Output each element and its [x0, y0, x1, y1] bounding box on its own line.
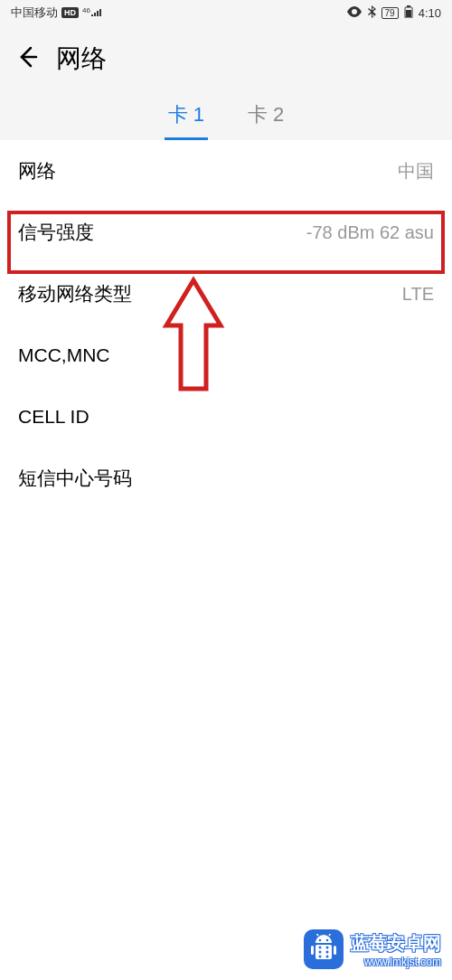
watermark-text: 蓝莓安卓网 www.lmkjst.com: [351, 931, 441, 968]
watermark-title: 蓝莓安卓网: [351, 931, 441, 956]
row-label: 网络: [18, 158, 56, 184]
row-label: 信号强度: [18, 220, 94, 245]
svg-rect-2: [406, 10, 411, 17]
row-cell-id[interactable]: CELL ID: [0, 386, 452, 448]
svg-point-7: [319, 939, 322, 942]
status-bar: 中国移动 HD 46 79 4:10: [0, 0, 452, 25]
hd-badge: HD: [61, 7, 79, 18]
row-value: -78 dBm 62 asu: [306, 222, 434, 243]
row-label: CELL ID: [18, 406, 89, 428]
svg-rect-1: [407, 5, 410, 7]
svg-line-9: [316, 934, 318, 936]
time-label: 4:10: [419, 6, 441, 20]
network-4g-label: 46: [82, 7, 103, 18]
tab-sim1[interactable]: 卡 1: [165, 96, 208, 140]
row-value: LTE: [402, 284, 434, 305]
row-label: 移动网络类型: [18, 281, 132, 306]
watermark-url: www.lmkjst.com: [364, 956, 441, 968]
svg-point-15: [319, 956, 322, 958]
watermark: 蓝莓安卓网 www.lmkjst.com: [304, 929, 441, 969]
status-left: 中国移动 HD 46: [11, 5, 103, 21]
svg-point-16: [326, 956, 329, 958]
carrier-label: 中国移动: [11, 5, 58, 21]
row-label: MCC,MNC: [18, 344, 109, 366]
row-value: 中国: [398, 159, 434, 184]
row-network[interactable]: 网络 中国: [0, 140, 452, 202]
tab-sim2[interactable]: 卡 2: [244, 96, 287, 140]
page-title: 网络: [56, 42, 107, 76]
sim-tabs: 卡 1 卡 2: [0, 87, 452, 140]
bluetooth-icon: [367, 5, 376, 21]
back-arrow-icon[interactable]: [14, 45, 38, 73]
svg-rect-5: [311, 946, 314, 955]
row-mcc-mnc[interactable]: MCC,MNC: [0, 325, 452, 386]
svg-rect-4: [315, 945, 332, 959]
svg-point-12: [326, 947, 329, 949]
signal-bars-icon: [90, 7, 103, 18]
status-right: 79 4:10: [347, 5, 441, 21]
row-network-type[interactable]: 移动网络类型 LTE: [0, 263, 452, 325]
battery-icon: [404, 5, 413, 21]
row-signal-strength[interactable]: 信号强度 -78 dBm 62 asu: [0, 202, 452, 263]
header: 网络: [0, 25, 452, 87]
watermark-logo-icon: [304, 929, 344, 969]
svg-rect-6: [334, 946, 336, 955]
svg-point-11: [319, 947, 322, 949]
row-label: 短信中心号码: [18, 466, 132, 491]
battery-level: 79: [381, 7, 399, 19]
svg-point-14: [326, 951, 329, 954]
info-list: 网络 中国 信号强度 -78 dBm 62 asu 移动网络类型 LTE MCC…: [0, 140, 452, 509]
svg-line-10: [329, 934, 331, 936]
eye-icon: [347, 6, 362, 20]
row-smsc[interactable]: 短信中心号码: [0, 448, 452, 509]
svg-point-13: [319, 951, 322, 954]
svg-point-8: [326, 939, 329, 942]
